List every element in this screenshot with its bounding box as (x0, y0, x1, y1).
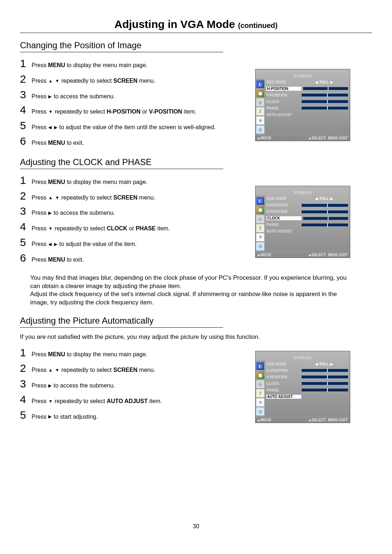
step: 4 Press ▼ repeatedly to select H-POSITIO… (20, 104, 238, 116)
step-number: 4 (20, 104, 30, 115)
osd-row-clock: CLOCK (266, 98, 349, 105)
osd-panel-2: SCREEN ◧ ▩ ◎ ⤴ ✕ ▤ SIZE MODE ◀ FULL ▶ (255, 186, 350, 258)
osd-rows: SIZE MODE ◀ FULL ▶ H-POSITION V-POSITION… (265, 361, 350, 417)
slider-icon (301, 100, 348, 103)
tools-icon: ✕ (256, 233, 265, 242)
picture-icon: ◧ (256, 362, 265, 370)
step: 1 Press MENU to display the menu main pa… (20, 58, 238, 69)
osd-row-phase: PHASE (266, 222, 349, 228)
screen-icon: ▤ (256, 125, 265, 134)
osd-footer-right: ◆SELECT MENU EXIT (309, 253, 348, 257)
step-text: Press ▼ repeatedly to select H-POSITION … (30, 108, 196, 116)
right-icon: ▶ (54, 125, 58, 131)
step: 4 Press ▼ repeatedly to select AUTO ADJU… (20, 394, 238, 405)
step: 5 Press ◀ ▶ to adjust the value of the i… (20, 237, 238, 248)
osd-footer: ◆MOVE ◆SELECT MENU EXIT (256, 417, 350, 423)
osd-value: ◀ FULL ▶ (300, 197, 348, 201)
image-icon: ▩ (256, 206, 265, 214)
slider-icon (301, 382, 348, 385)
audio-icon: ◎ (256, 215, 265, 223)
step-number: 5 (20, 410, 30, 420)
step-text: Press ▶ to access the submenu. (30, 209, 115, 217)
up-icon: ▲ (48, 78, 53, 84)
step-text: Press ▶ to access the submenu. (30, 382, 115, 390)
up-icon: ▲ (48, 195, 53, 201)
slider-icon (301, 375, 348, 379)
right-icon: ▶ (48, 414, 52, 420)
osd-panel-1: SCREEN ◧ ▩ ◎ ⤴ ✕ ▤ SIZE MODE ◀ FULL ▶ (255, 69, 350, 141)
osd-row-h-position: H-POSITION (266, 202, 349, 209)
adjust-icon: ⤴ (256, 389, 265, 398)
title-suffix: (continued) (238, 21, 278, 29)
step-number: 2 (20, 190, 30, 201)
step: 3 Press ▶ to access the submenu. (20, 89, 238, 100)
step-text: Press ▶ to access the submenu. (30, 93, 115, 100)
step-number: 4 (20, 394, 30, 405)
osd-row-v-position: V-POSITION (266, 209, 349, 215)
audio-icon: ◎ (256, 380, 265, 389)
section3-intro: If you are not satisfied with the pictur… (20, 333, 372, 341)
left-icon: ◀ (48, 242, 52, 247)
slider-icon (301, 93, 348, 97)
osd-row-auto-adjust: AUTO ADJUST (266, 228, 349, 235)
audio-icon: ◎ (256, 98, 265, 107)
osd-row-auto-adjust: AUTO ADJUST (266, 111, 349, 118)
step-number: 5 (20, 120, 30, 131)
section3-divider (20, 327, 223, 328)
adjust-icon: ⤴ (256, 224, 265, 233)
section2-row: 1 Press MENU to display the menu main pa… (20, 175, 372, 264)
osd-footer-move: ◆MOVE (258, 418, 271, 422)
slider-icon (301, 106, 348, 110)
section2-title: Adjusting the CLOCK and PHASE (20, 157, 372, 167)
osd-body: ◧ ▩ ◎ ⤴ ✕ ▤ SIZE MODE ◀ FULL ▶ H-POSITIO… (256, 196, 350, 252)
osd-row-v-position: V-POSITION (266, 374, 349, 380)
step-number: 3 (20, 206, 30, 217)
osd-row-h-position: H-POSITION (266, 367, 349, 374)
osd-row-h-position: H-POSITION (266, 85, 349, 92)
step-text: Press ▶ to start adjusting. (30, 413, 98, 421)
slider-icon (301, 204, 348, 207)
right-icon: ▶ (48, 210, 52, 216)
osd-footer-right: ◆SELECT MENU EXIT (309, 418, 348, 422)
step: 5 Press ▶ to start adjusting. (20, 410, 238, 421)
step: 6 Press MENU to exit. (20, 136, 238, 147)
step-text: Press ▲ ▼ repeatedly to select SCREEN me… (30, 366, 155, 374)
step: 1 Press MENU to display the menu main pa… (20, 175, 238, 186)
osd-row-phase: PHASE (266, 105, 349, 111)
step-text: Press ◀ ▶ to adjust the value of the ite… (30, 241, 137, 248)
slider-icon (301, 223, 348, 227)
osd-row-auto-adjust: AUTO ADJUST (266, 393, 349, 400)
step-number: 2 (20, 74, 30, 85)
section1-divider (20, 52, 223, 52)
screen-icon: ▤ (256, 407, 265, 416)
step-text: Press MENU to display the menu main page… (30, 351, 147, 358)
down-icon: ▼ (48, 109, 53, 115)
osd-header: SCREEN (256, 190, 350, 196)
step-number: 1 (20, 175, 30, 186)
section1-steps: 1 Press MENU to display the menu main pa… (20, 58, 238, 147)
step-number: 5 (20, 237, 30, 248)
right-icon: ▶ (48, 383, 52, 389)
step: 2 Press ▲ ▼ repeatedly to select SCREEN … (20, 190, 238, 202)
osd-row-phase: PHASE (266, 387, 349, 393)
picture-icon: ◧ (256, 197, 265, 205)
step-text: Press MENU to display the menu main page… (30, 62, 147, 69)
step-number: 3 (20, 378, 30, 389)
osd-header: SCREEN (256, 355, 350, 361)
section3-steps: 1 Press MENU to display the menu main pa… (20, 347, 238, 420)
step-text: Press ◀ ▶ to adjust the value of the ite… (30, 124, 216, 131)
step: 2 Press ▲ ▼ repeatedly to select SCREEN … (20, 363, 238, 374)
left-icon: ◀ (48, 125, 52, 131)
section2-divider (20, 169, 223, 169)
osd-header: SCREEN (256, 73, 350, 79)
tools-icon: ✕ (256, 116, 265, 125)
osd-row-size-mode: SIZE MODE ◀ FULL ▶ (266, 79, 349, 85)
image-icon: ▩ (256, 89, 265, 98)
step-number: 6 (20, 136, 30, 147)
slider-icon (303, 87, 348, 90)
section2-steps: 1 Press MENU to display the menu main pa… (20, 175, 238, 264)
osd-panel-3: SCREEN ◧ ▩ ◎ ⤴ ✕ ▤ SIZE MODE ◀ FULL ▶ (255, 351, 350, 423)
step: 4 Press ▼ repeatedly to select CLOCK or … (20, 221, 238, 233)
tools-icon: ✕ (256, 398, 265, 407)
section1-row: 1 Press MENU to display the menu main pa… (20, 58, 372, 147)
